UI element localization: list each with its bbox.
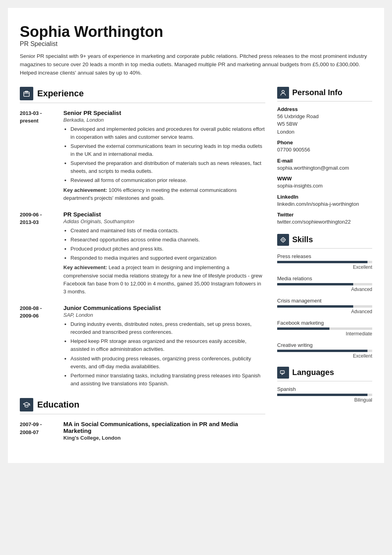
twitter-label: Twitter: [277, 212, 372, 218]
resume-page: Sophia Worthington PR Specialist Senior …: [8, 8, 384, 463]
skill-name: Facebook marketing: [277, 320, 372, 326]
exp-bullet: Supervised the preparation and distribut…: [70, 159, 265, 175]
experience-divider: [20, 103, 265, 103]
www-label: WWW: [277, 176, 372, 182]
exp-bullets: During industry events, distributed note…: [63, 320, 265, 388]
skill-bar-bg: [277, 350, 372, 352]
exp-company: Adidas Originals, Southampton: [63, 218, 265, 224]
exp-content: Senior PR SpecialistBerkadia, LondonDeve…: [63, 109, 265, 202]
skill-bar-bg: [277, 305, 372, 308]
exp-company: Berkadia, London: [63, 117, 265, 123]
exp-bullet: Supervised the external communications t…: [70, 142, 265, 158]
languages-icon: [277, 367, 289, 379]
personal-info-title: Personal Info: [292, 88, 343, 97]
languages-entries: SpanishBilingual: [277, 386, 372, 403]
skill-bar-bg: [277, 261, 372, 263]
skill-bar-fill: [277, 261, 367, 263]
skill-item: Facebook marketingIntermediate: [277, 320, 372, 337]
personal-info-section: Personal Info Address 56 Uxbridge RoadW5…: [277, 87, 372, 226]
candidate-name: Sophia Worthington: [20, 24, 372, 40]
skill-bar-fill: [277, 283, 353, 285]
languages-divider: [277, 381, 372, 381]
candidate-summary: Senior PR specialist with 9+ years of ex…: [20, 52, 372, 77]
experience-icon: [20, 87, 33, 100]
education-entries: 2007-09 - 2008-07MA in Social Communicat…: [20, 421, 265, 441]
skills-entries: Press releasesExcellentMedia relationsAd…: [277, 253, 372, 359]
svg-point-5: [281, 238, 285, 242]
experience-section: Experience 2013-03 - presentSenior PR Sp…: [20, 87, 265, 390]
exp-dates: 2009-06 - 2013-03: [20, 211, 55, 296]
experience-entry: 2008-08 - 2009-06Junior Communications S…: [20, 304, 265, 389]
language-bar-bg: [277, 394, 372, 396]
language-bar-fill: [277, 394, 367, 396]
skill-item: Creative writingExcellent: [277, 342, 372, 359]
phone-value: 07700 900556: [277, 146, 372, 154]
education-title: Education: [37, 400, 79, 410]
email-label: E-mail: [277, 158, 372, 164]
svg-point-4: [282, 90, 284, 93]
skill-bar-bg: [277, 327, 372, 330]
exp-bullet: Assisted with producing press releases, …: [70, 355, 265, 371]
skill-item: Crisis managementAdvanced: [277, 298, 372, 314]
exp-bullets: Developed and implemented policies and p…: [63, 125, 265, 185]
education-entry: 2007-09 - 2008-07MA in Social Communicat…: [20, 421, 265, 441]
edu-content: MA in Social Communications, specializat…: [63, 421, 265, 441]
www-value: sophia-insights.com: [277, 182, 372, 190]
exp-job-title: PR Specialist: [63, 211, 265, 218]
linkedin-label: LinkedIn: [277, 194, 372, 200]
skill-bar-bg: [277, 283, 372, 285]
experience-section-header: Experience: [20, 87, 265, 100]
skill-bar-fill: [277, 327, 329, 330]
experience-entry: 2009-06 - 2013-03PR SpecialistAdidas Ori…: [20, 211, 265, 296]
skill-item: Press releasesExcellent: [277, 253, 372, 270]
skills-icon: [277, 234, 289, 246]
skill-name: Creative writing: [277, 342, 372, 348]
exp-bullets: Created and maintained lists of media co…: [63, 227, 265, 262]
left-column: Experience 2013-03 - presentSenior PR Sp…: [20, 87, 265, 448]
skill-level: Advanced: [277, 287, 372, 292]
experience-entries: 2013-03 - presentSenior PR SpecialistBer…: [20, 109, 265, 390]
languages-title: Languages: [292, 368, 334, 377]
exp-dates: 2013-03 - present: [20, 109, 55, 202]
skills-title: Skills: [292, 235, 313, 244]
skill-level: Advanced: [277, 309, 372, 314]
skill-bar-fill: [277, 305, 353, 308]
edu-degree: MA in Social Communications, specializat…: [63, 421, 265, 434]
skill-item: Media relationsAdvanced: [277, 276, 372, 292]
exp-achievement: Key achievement: 100% efficiency in meet…: [63, 186, 265, 202]
skill-name: Crisis management: [277, 298, 372, 304]
candidate-title: PR Specialist: [20, 40, 372, 48]
exp-bullet: During industry events, distributed note…: [70, 320, 265, 336]
skill-level: Excellent: [277, 353, 372, 359]
exp-bullet: Produced product pitches and press kits.: [70, 245, 265, 253]
languages-section: Languages SpanishBilingual: [277, 367, 372, 403]
skills-header: Skills: [277, 234, 372, 246]
exp-bullet: Reviewed all forms of communication prio…: [70, 176, 265, 184]
exp-job-title: Junior Communications Specialist: [63, 304, 265, 311]
exp-bullet: Responded to media inquiries and support…: [70, 254, 265, 262]
exp-job-title: Senior PR Specialist: [63, 109, 265, 116]
email-value: sophia.worthington@gmail.com: [277, 164, 372, 172]
exp-bullet: Performed minor translating tasks, inclu…: [70, 372, 265, 388]
personal-info-icon: [277, 87, 289, 99]
education-icon: [20, 398, 33, 411]
edu-school: King's College, London: [63, 435, 265, 441]
skills-section: Skills Press releasesExcellentMedia rela…: [277, 234, 372, 359]
exp-content: PR SpecialistAdidas Originals, Southampt…: [63, 211, 265, 296]
exp-content: Junior Communications SpecialistSAP, Lon…: [63, 304, 265, 389]
education-section: Education 2007-09 - 2008-07MA in Social …: [20, 398, 265, 441]
skills-divider: [277, 248, 372, 249]
resume-header: Sophia Worthington PR Specialist Senior …: [20, 24, 372, 77]
skill-level: Intermediate: [277, 331, 372, 337]
twitter-value: twitter.com/sophieworthington22: [277, 218, 372, 226]
right-column: Personal Info Address 56 Uxbridge RoadW5…: [277, 87, 372, 411]
experience-entry: 2013-03 - presentSenior PR SpecialistBer…: [20, 109, 265, 202]
address-label: Address: [277, 106, 372, 112]
language-item: SpanishBilingual: [277, 386, 372, 403]
exp-bullet: Developed and implemented policies and p…: [70, 125, 265, 141]
language-level: Bilingual: [277, 397, 372, 403]
exp-company: SAP, London: [63, 312, 265, 318]
exp-bullet: Researched opportunities across online m…: [70, 236, 265, 244]
svg-point-6: [282, 239, 284, 241]
personal-info-header: Personal Info: [277, 87, 372, 99]
